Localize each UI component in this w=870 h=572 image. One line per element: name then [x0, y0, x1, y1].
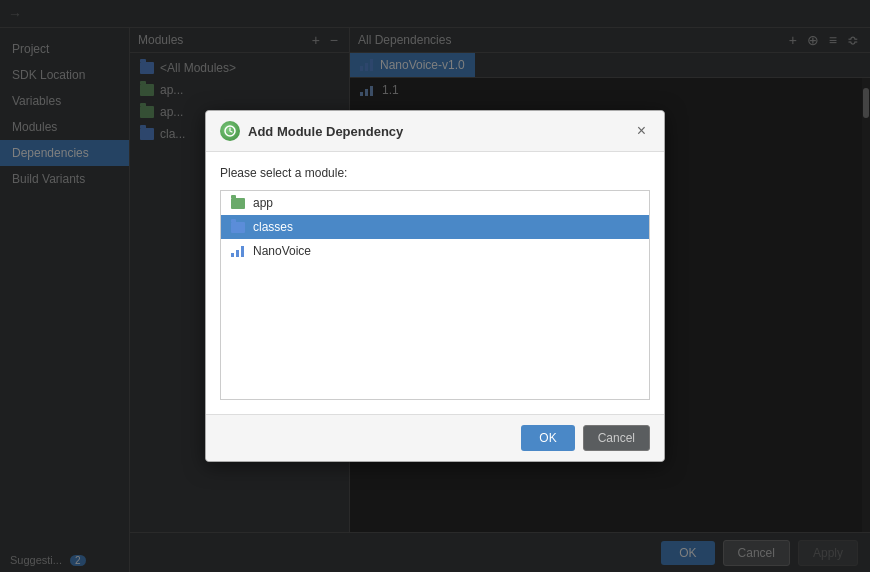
module-nanovoice-label: NanoVoice [253, 244, 311, 258]
module-app-label: app [253, 196, 273, 210]
modal-cancel-button[interactable]: Cancel [583, 425, 650, 451]
folder-green-icon [231, 198, 245, 209]
modal-close-button[interactable]: × [633, 121, 650, 141]
folder-blue-icon [231, 222, 245, 233]
module-classes-label: classes [253, 220, 293, 234]
modal-ok-button[interactable]: OK [521, 425, 574, 451]
barchart-icon [231, 245, 245, 257]
modal-body: Please select a module: app classes [206, 152, 664, 414]
modal-overlay: Add Module Dependency × Please select a … [0, 0, 870, 572]
list-item[interactable]: app [221, 191, 649, 215]
add-module-dependency-dialog: Add Module Dependency × Please select a … [205, 110, 665, 462]
modal-icon [220, 121, 240, 141]
modal-footer: OK Cancel [206, 414, 664, 461]
modal-title-row: Add Module Dependency [220, 121, 403, 141]
main-container: → Project SDK Location Variables Modules… [0, 0, 870, 572]
modal-title: Add Module Dependency [248, 124, 403, 139]
modal-subtitle: Please select a module: [220, 166, 650, 180]
modal-header: Add Module Dependency × [206, 111, 664, 152]
list-item[interactable]: classes [221, 215, 649, 239]
list-item[interactable]: NanoVoice [221, 239, 649, 263]
module-select-list[interactable]: app classes NanoVoice [220, 190, 650, 400]
